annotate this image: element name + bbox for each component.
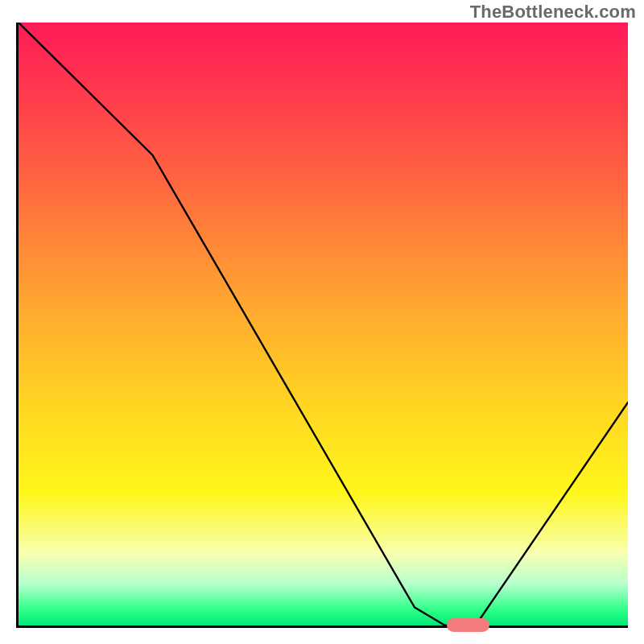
watermark-text: TheBottleneck.com — [470, 2, 636, 23]
optimal-marker — [447, 618, 489, 632]
chart-canvas: TheBottleneck.com — [0, 0, 644, 644]
bottleneck-curve — [19, 23, 628, 625]
plot-area — [16, 23, 628, 628]
curve-layer — [19, 23, 628, 625]
